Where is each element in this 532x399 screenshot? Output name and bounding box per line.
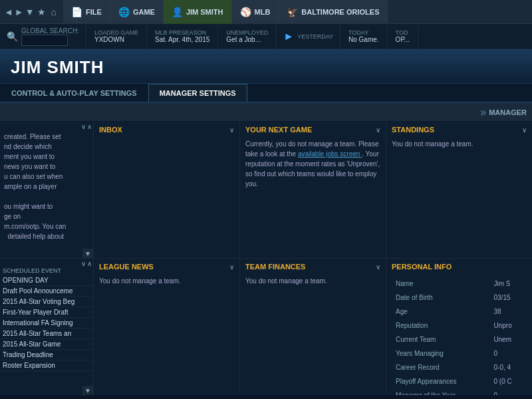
- name-label: Name: [393, 277, 489, 290]
- schedule-item[interactable]: International FA Signing: [0, 318, 93, 329]
- panel-personal-info: PERSONAL INFO Name Jim S Date of Birth 0…: [386, 259, 532, 395]
- inbox-content: [94, 136, 239, 142]
- team-label: Current Team: [393, 333, 489, 346]
- down-arrow[interactable]: ▼: [25, 7, 35, 17]
- yesterday-item: YESTERDAY: [297, 33, 333, 40]
- today-item: TODAY No Game.: [340, 24, 388, 49]
- player-header: JIM SMITH: [0, 49, 532, 84]
- team-finances-collapse[interactable]: ∨: [376, 263, 380, 271]
- tab-manager-settings[interactable]: MANAGER SETTINGS: [148, 84, 247, 102]
- next-game-content: Currently, you do not manage a team. Ple…: [240, 136, 386, 192]
- main-tabs: CONTROL & AUTO-PLAY SETTINGS MANAGER SET…: [0, 84, 532, 103]
- tab-control-autoplay[interactable]: CONTROL & AUTO-PLAY SETTINGS: [0, 84, 148, 102]
- schedule-item[interactable]: First-Year Player Draft: [0, 307, 93, 318]
- schedule-item[interactable]: Trading Deadline: [0, 350, 93, 360]
- schedule-item[interactable]: Roster Expansion: [0, 360, 93, 371]
- schedule-item[interactable]: OPENING DAY: [0, 275, 93, 286]
- years-value: 0: [491, 347, 525, 360]
- team-finances-title: TEAM FINANCES: [245, 263, 305, 271]
- info-row-age: Age 38: [393, 305, 525, 318]
- back-arrow[interactable]: ◄: [4, 7, 13, 17]
- person-icon: 👤: [172, 7, 183, 17]
- status-bar: 🔍 GLOBAL SEARCH: LOADED GAME YXDOWN MLB …: [0, 24, 532, 49]
- next-game-header: YOUR NEXT GAME ∨: [240, 122, 386, 136]
- personal-info-content: Name Jim S Date of Birth 03/15 Age 38 Re…: [386, 273, 532, 395]
- next-game-title: YOUR NEXT GAME: [245, 126, 312, 134]
- play-button[interactable]: ►: [283, 31, 294, 43]
- tod-value: OP...: [396, 36, 410, 43]
- schedule-item[interactable]: 2015 All-Star Teams an: [0, 329, 93, 339]
- age-value: 38: [491, 305, 525, 318]
- loaded-game-value: YXDOWN: [94, 36, 138, 43]
- league-news-collapse[interactable]: ∨: [229, 263, 234, 271]
- tab-game[interactable]: 🌐 GAME: [110, 0, 164, 24]
- content-grid: ∨ ∧ created. Please set nd decide which …: [0, 122, 532, 395]
- personal-info-title: PERSONAL INFO: [392, 263, 452, 271]
- tab-mlb[interactable]: ⚾ MLB: [232, 0, 279, 24]
- record-value: 0-0, 4: [491, 361, 525, 374]
- tab-jim-smith[interactable]: 👤 JIM SMITH: [164, 0, 232, 24]
- today-value: No Game.: [348, 36, 379, 43]
- nav-arrows: ◄ ► ▼ ★ ⌂: [0, 7, 63, 17]
- reputation-value: Unpro: [491, 319, 525, 332]
- search-section: 🔍 GLOBAL SEARCH:: [0, 24, 86, 49]
- panel-next-game: YOUR NEXT GAME ∨ Currently, you do not m…: [240, 122, 386, 258]
- panel-help-text: ∨ ∧ created. Please set nd decide which …: [0, 122, 93, 258]
- personal-info-table: Name Jim S Date of Birth 03/15 Age 38 Re…: [392, 276, 527, 395]
- content-area: ∨ ∧ created. Please set nd decide which …: [0, 122, 532, 395]
- age-label: Age: [393, 305, 489, 318]
- loaded-game-item: LOADED GAME YXDOWN: [86, 24, 147, 49]
- ribbon-chevron-right: »: [480, 106, 486, 118]
- star-icon[interactable]: ★: [36, 7, 47, 17]
- playoff-label: Playoff Appearances: [393, 375, 489, 388]
- search-label: GLOBAL SEARCH:: [21, 27, 79, 35]
- unemployed-item: UNEMPLOYED Get a Job...: [218, 24, 277, 49]
- schedule-item[interactable]: 2015 All-Star Voting Beg: [0, 297, 93, 307]
- unemployed-value: Get a Job...: [226, 36, 268, 43]
- schedule-scroll-down[interactable]: ▼: [82, 386, 93, 395]
- panel-expand-btn[interactable]: ∧: [87, 123, 92, 130]
- schedule-collapse-btn[interactable]: ∨: [81, 260, 86, 267]
- ribbon-label: MANAGER: [489, 108, 527, 116]
- search-magnifier: 🔍: [7, 31, 18, 42]
- schedule-item[interactable]: 2015 All-Star Game: [0, 339, 93, 350]
- preseason-value: Sat. Apr. 4th, 2015: [155, 36, 209, 43]
- search-input[interactable]: [21, 35, 68, 46]
- panel-collapse-btn[interactable]: ∨: [81, 123, 86, 130]
- league-news-title: LEAGUE NEWS: [99, 263, 154, 271]
- info-row-record: Career Record 0-0, 4: [393, 361, 525, 374]
- info-row-years: Years Managing 0: [393, 347, 525, 360]
- info-row-moty: Manager of the Year 0: [393, 389, 525, 395]
- manager-ribbon: » MANAGER: [0, 103, 532, 122]
- orioles-icon: 🦅: [287, 7, 298, 17]
- schedule-item[interactable]: Draft Pool Announceme: [0, 286, 93, 297]
- top-navigation: ◄ ► ▼ ★ ⌂ 📄 FILE 🌐 GAME 👤 JIM SMITH ⚾ ML…: [0, 0, 532, 24]
- scroll-down-btn[interactable]: ▼: [82, 249, 93, 258]
- inbox-collapse[interactable]: ∨: [229, 126, 234, 134]
- panel-league-news: LEAGUE NEWS ∨ You do not manage a team.: [94, 259, 239, 395]
- dob-label: Date of Birth: [393, 291, 489, 304]
- panel-team-finances: TEAM FINANCES ∨ You do not manage a team…: [240, 259, 386, 395]
- moty-label: Manager of the Year: [393, 389, 489, 395]
- forward-arrow[interactable]: ►: [15, 7, 24, 17]
- tab-file[interactable]: 📄 FILE: [63, 0, 110, 24]
- tab-file-label: FILE: [86, 8, 102, 16]
- available-jobs-link[interactable]: available jobs screen: [298, 150, 362, 158]
- home-icon[interactable]: ⌂: [49, 7, 59, 17]
- mlb-icon: ⚾: [240, 7, 251, 17]
- standings-collapse[interactable]: ∨: [522, 126, 527, 134]
- tab-orioles[interactable]: 🦅 BALTIMORE ORIOLES: [279, 0, 388, 24]
- tod-label: TOD: [396, 29, 410, 36]
- preseason-label: MLB PRESEASON: [155, 29, 209, 36]
- panel-standings: STANDINGS ∨ You do not manage a team.: [386, 122, 532, 258]
- info-row-team: Current Team Unem: [393, 333, 525, 346]
- next-game-collapse[interactable]: ∨: [376, 126, 380, 134]
- dob-value: 03/15: [491, 291, 525, 304]
- schedule-expand-btn[interactable]: ∧: [87, 260, 92, 267]
- record-label: Career Record: [393, 361, 489, 374]
- team-value: Unem: [491, 333, 525, 346]
- info-row-playoff: Playoff Appearances 0 (0 C: [393, 375, 525, 388]
- panel-schedule: ∨ ∧ Scheduled Event OPENING DAY Draft Po…: [0, 259, 93, 395]
- league-news-header: LEAGUE NEWS ∨: [94, 259, 239, 273]
- unemployed-label: UNEMPLOYED: [226, 29, 268, 36]
